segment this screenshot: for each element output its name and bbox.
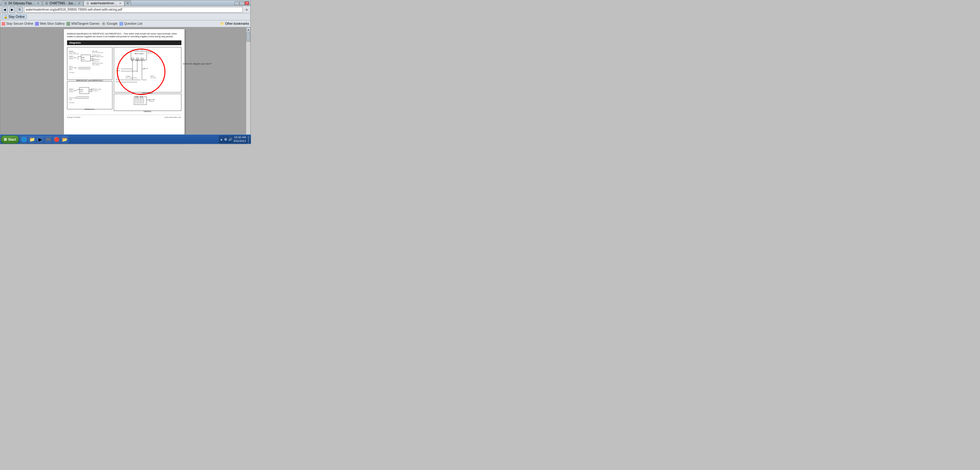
svg-text:12VS: 12VS — [80, 91, 83, 92]
bookmark-question-list[interactable]: Question List — [119, 22, 142, 26]
svg-rect-86 — [140, 96, 143, 98]
content-area: Additional Specifications for R8815P101C… — [0, 27, 250, 145]
refresh-button[interactable]: ↻ — [17, 6, 23, 13]
browser-window: 🗋 04 Odyssey Flashing Drive ... ✕ 🗋 CHAT… — [0, 0, 251, 144]
svg-text:Micro Switch: Micro Switch — [135, 53, 144, 54]
svg-text:To Pump: To Pump — [69, 102, 75, 104]
bookmark-igoogle-label: iGoogle — [107, 22, 118, 25]
bookmark-star[interactable]: ★ — [244, 7, 249, 12]
svg-rect-28 — [80, 88, 89, 94]
bookmark-wildtangent[interactable]: WildTangent Games — [67, 22, 99, 26]
svg-text:Switch Motor): Switch Motor) — [92, 64, 100, 65]
question-list-icon — [119, 22, 123, 26]
stay-online-label: Stay Online — [8, 15, 25, 19]
scroll-up-button[interactable]: ▲ — [246, 27, 250, 32]
windows-logo-icon: ⊞ — [4, 137, 7, 142]
taskbar-media-icon[interactable]: ▶ — [37, 136, 44, 143]
tray-arrow-icon[interactable]: ▲ — [220, 138, 223, 141]
svg-text:To Pump: To Pump — [69, 72, 75, 73]
stay-secure-icon — [2, 22, 5, 26]
clock-time: 10:32 AM — [234, 136, 246, 139]
svg-text:Switch): Switch) — [69, 58, 74, 59]
nav-bar: ◀ ▶ ↻ waterheatertimer.org/pdf/018_R8800… — [0, 6, 250, 13]
back-button[interactable]: ◀ — [2, 6, 8, 13]
bookmark-stay-secure[interactable]: Stay Secure Online — [2, 22, 33, 26]
taskbar-icon-group: 🌐 📁 ▶ 🎮 🔴 📂 — [20, 136, 68, 143]
svg-text:(To Clock): (To Clock) — [150, 77, 156, 79]
stay-online-toolbar: 🔒 Stay Online — [0, 13, 250, 21]
bookmark-wildtangent-label: WildTangent Games — [71, 22, 99, 25]
taskbar-folder-icon[interactable]: 📁 — [28, 136, 36, 143]
stay-online-button[interactable]: 🔒 Stay Online — [2, 14, 27, 19]
tab-3-close[interactable]: ✕ — [119, 2, 122, 5]
svg-rect-47 — [136, 58, 138, 59]
address-bar[interactable]: waterheatertimer.org/pdf/018_R8800-T8800… — [24, 7, 243, 13]
svg-text:WIRE: WIRE — [81, 57, 85, 58]
diagram-t8805: Micro Switch NO COMMON CLOCK — [114, 47, 181, 92]
svg-text:Solenoid: Solenoid — [149, 100, 154, 102]
scroll-track — [246, 42, 250, 140]
title-bar: 🗋 04 Odyssey Flashing Drive ... ✕ 🗋 CHAT… — [0, 0, 250, 6]
system-tray: ▲ 🖥 🔊 10:32 AM 3/31/2012 — [219, 135, 250, 143]
taskbar-app-icon[interactable]: 📂 — [61, 136, 68, 143]
bookmark-question-list-label: Question List — [124, 22, 142, 25]
diagram-r8806-label: R8806101C — [68, 108, 111, 110]
bookmark-web-slice[interactable]: Web Slice Gallery — [35, 22, 65, 26]
diagram-t8845-label: T8845PV — [115, 111, 180, 113]
start-label: Start — [8, 137, 16, 141]
svg-text:Hot: Hot — [116, 79, 118, 80]
bookmark-igoogle[interactable]: G iGoogle — [102, 22, 118, 26]
window-controls: ─ □ ✕ — [235, 1, 249, 5]
diagram-r8806: WIRE 12VS BLACK (From Toggle Switch) WHI… — [67, 81, 113, 109]
footer-energy-controls: Energy Controls — [67, 116, 81, 118]
svg-text:(G/RZ2 Apply Power: (G/RZ2 Apply Power — [92, 56, 104, 57]
svg-text:HOT: HOT — [135, 95, 138, 96]
wiring-diagram-t8845: HOT NEUTRAL To 24 VAC Solenoid — [115, 95, 167, 109]
tab-bar: 🗋 04 Odyssey Flashing Drive ... ✕ 🗋 CHAT… — [2, 0, 235, 6]
taskbar-ie-icon[interactable]: 🌐 — [20, 136, 27, 143]
tab-3[interactable]: 🗋 waterheatertimer.org/pdf/... ✕ — [84, 1, 124, 6]
diagram-r8815: WIRE 12VS BLACK (From Rain Sensor Termin… — [67, 47, 113, 80]
taskbar-security-icon[interactable]: 🔴 — [52, 136, 60, 143]
diagram-right-column: Micro Switch NO COMMON CLOCK — [114, 47, 181, 112]
svg-rect-46 — [132, 58, 134, 59]
wiring-diagram-2: WIRE 12VS BLACK (From Toggle Switch) WHI… — [68, 83, 111, 107]
svg-text:NO: NO — [131, 60, 133, 61]
address-text: waterheatertimer.org/pdf/018_R8800-T8800… — [26, 8, 122, 11]
vertical-scrollbar[interactable]: ▲ ▼ — [246, 27, 250, 145]
show-desktop-icon[interactable] — [248, 136, 249, 143]
clock-date: 3/31/2012 — [234, 139, 246, 143]
tab-1[interactable]: 🗋 04 Odyssey Flashing Drive ... ✕ — [2, 1, 42, 6]
tab-2[interactable]: 🗋 CHATTING - JustAnswer ... ✕ — [43, 1, 83, 6]
bookmark-stay-secure-label: Stay Secure Online — [6, 22, 33, 25]
other-bookmarks-label: Other bookmarks — [225, 22, 249, 25]
svg-rect-85 — [136, 96, 138, 98]
new-tab-button[interactable]: + — [125, 1, 131, 6]
tab-2-close[interactable]: ✕ — [78, 2, 81, 5]
other-bookmarks: 📁 Other bookmarks — [220, 22, 249, 25]
diagrams-grid: WIRE 12VS BLACK (From Rain Sensor Termin… — [67, 47, 181, 112]
taskbar: ⊞ Start 🌐 📁 ▶ 🎮 🔴 📂 ▲ 🖥 🔊 10:32 AM 3/31/… — [0, 134, 251, 144]
svg-text:Neutral: Neutral — [116, 81, 120, 83]
maximize-button[interactable]: □ — [240, 1, 244, 5]
svg-text:Neutral: Neutral — [116, 70, 120, 72]
scroll-thumb[interactable] — [246, 32, 250, 42]
forward-button[interactable]: ▶ — [9, 6, 15, 13]
close-button[interactable]: ✕ — [245, 1, 249, 5]
svg-text:CLOCK: CLOCK — [141, 60, 145, 61]
svg-text:Switch Motor): Switch Motor) — [91, 90, 99, 91]
diagrams-header: Diagrams — [67, 40, 181, 45]
tab-1-close[interactable]: ✕ — [37, 2, 40, 5]
tab-2-label: CHATTING - JustAnswer ... — [49, 2, 77, 5]
pdf-footer: Energy Controls www.intermatic.com — [67, 115, 181, 118]
svg-text:(To Clock: (To Clock — [148, 52, 153, 54]
svg-rect-48 — [141, 58, 143, 59]
igoogle-icon: G — [102, 22, 106, 26]
svg-text:Switch): Switch) — [69, 91, 74, 92]
footer-url: www.intermatic.com — [164, 116, 181, 118]
bookmarks-bar: Stay Secure Online Web Slice Gallery Wil… — [0, 21, 250, 27]
minimize-button[interactable]: ─ — [235, 1, 239, 5]
start-button[interactable]: ⊞ Start — [1, 135, 19, 143]
svg-text:Input: Input — [69, 99, 72, 100]
taskbar-games-icon[interactable]: 🎮 — [45, 136, 52, 143]
